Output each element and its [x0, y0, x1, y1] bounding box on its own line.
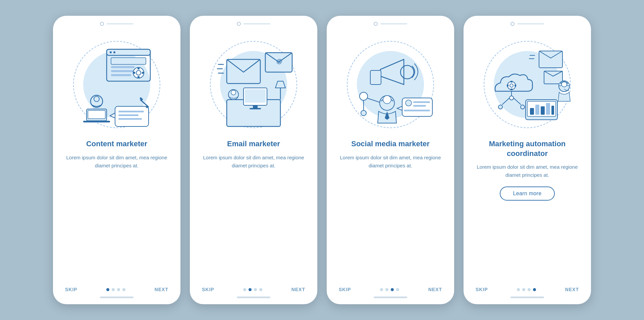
- dot-1: [517, 288, 520, 291]
- svg-rect-21: [118, 111, 144, 112]
- bottom-bar: [100, 297, 133, 298]
- svg-rect-5: [111, 66, 135, 68]
- card-desc: Lorem ipsum dolor sit dim amet, mea regi…: [202, 154, 305, 170]
- status-circle: [100, 22, 104, 26]
- svg-rect-76: [541, 106, 545, 115]
- dot-2: [249, 288, 252, 291]
- svg-rect-52: [413, 101, 430, 103]
- svg-rect-7: [111, 74, 131, 76]
- svg-rect-23: [118, 118, 142, 120]
- illustration-social-media-marketer: [337, 33, 444, 137]
- phone-top-bar: [53, 16, 180, 29]
- svg-rect-56: [539, 51, 562, 68]
- status-circle: [511, 22, 515, 26]
- card-desc: Lorem ipsum dolor sit dim amet, mea regi…: [339, 154, 442, 170]
- email-marketer-icon: @: [200, 33, 307, 137]
- svg-rect-18: [83, 121, 110, 122]
- svg-rect-64: [507, 85, 508, 87]
- next-button[interactable]: NEXT: [565, 287, 579, 292]
- phone-card-content-marketer: Content marketer Lorem ipsum dolor sit d…: [53, 16, 180, 304]
- svg-rect-65: [515, 85, 516, 87]
- svg-rect-13: [142, 72, 144, 74]
- status-line: [107, 23, 133, 24]
- nav-dots: [380, 288, 399, 291]
- next-button[interactable]: NEXT: [428, 287, 442, 292]
- svg-point-70: [498, 105, 502, 109]
- dot-1: [106, 288, 109, 291]
- card-desc: Lorem ipsum dolor sit dim amet, mea regi…: [65, 154, 168, 170]
- card-title: Email marketer: [227, 139, 280, 149]
- svg-rect-1: [107, 49, 150, 55]
- svg-rect-54: [404, 110, 430, 111]
- svg-point-66: [509, 96, 514, 100]
- dot-3: [391, 288, 394, 291]
- phone-card-marketing-automation: Marketing automation coordinator Lorem i…: [464, 16, 591, 304]
- dot-3: [528, 288, 531, 291]
- phone-nav: SKIP NEXT: [53, 287, 180, 292]
- svg-line-49: [368, 98, 380, 102]
- card-title: Social media marketer: [351, 139, 430, 149]
- svg-rect-19: [115, 106, 149, 126]
- svg-point-47: [361, 110, 366, 116]
- dot-4: [122, 288, 125, 291]
- skip-button[interactable]: SKIP: [476, 287, 488, 292]
- card-desc: Lorem ipsum dolor sit dim amet, mea regi…: [476, 163, 579, 179]
- social-media-icon: [337, 33, 444, 137]
- svg-rect-35: [245, 89, 266, 103]
- svg-point-2: [110, 51, 112, 53]
- svg-point-3: [113, 51, 115, 53]
- skip-button[interactable]: SKIP: [65, 287, 77, 292]
- phone-nav: SKIP NEXT: [190, 287, 317, 292]
- svg-point-51: [406, 100, 412, 106]
- svg-rect-63: [511, 89, 513, 90]
- dot-2: [522, 288, 525, 291]
- illustration-marketing-automation: [474, 33, 581, 137]
- content-marketer-icon: [63, 33, 170, 137]
- next-button[interactable]: NEXT: [291, 287, 305, 292]
- illustration-email-marketer: @: [200, 33, 307, 137]
- status-circle: [237, 22, 241, 26]
- card-title: Marketing automation coordinator: [474, 139, 581, 158]
- svg-rect-77: [546, 103, 550, 115]
- svg-point-81: [559, 83, 561, 86]
- svg-rect-53: [413, 105, 426, 107]
- svg-rect-4: [111, 58, 146, 64]
- phone-top-bar: [190, 16, 317, 29]
- phone-nav: SKIP NEXT: [327, 287, 454, 292]
- svg-line-69: [514, 98, 521, 105]
- phone-nav: SKIP NEXT: [464, 287, 591, 292]
- learn-more-button[interactable]: Learn more: [500, 186, 555, 201]
- bottom-bar: [374, 297, 407, 298]
- svg-marker-20: [110, 113, 115, 118]
- status-line: [517, 23, 544, 24]
- dot-4: [533, 288, 536, 291]
- svg-point-44: [383, 96, 391, 104]
- svg-rect-17: [88, 110, 105, 119]
- dot-1: [380, 288, 383, 291]
- svg-line-24: [140, 100, 149, 107]
- phone-card-social-media-marketer: Social media marketer Lorem ipsum dolor …: [327, 16, 454, 304]
- illustration-content-marketer: [63, 33, 170, 137]
- svg-rect-22: [118, 114, 139, 116]
- bottom-bar: [511, 297, 544, 298]
- svg-point-82: [567, 83, 570, 86]
- status-circle: [374, 22, 378, 26]
- dot-2: [112, 288, 115, 291]
- dot-2: [385, 288, 388, 291]
- svg-rect-62: [511, 81, 513, 83]
- next-button[interactable]: NEXT: [155, 287, 168, 292]
- svg-rect-75: [535, 105, 539, 115]
- phone-top-bar: [464, 16, 591, 29]
- dot-4: [396, 288, 399, 291]
- nav-dots: [517, 288, 536, 291]
- svg-point-71: [521, 105, 525, 109]
- nav-dots: [243, 288, 262, 291]
- status-line: [244, 23, 270, 24]
- phone-top-bar: [327, 16, 454, 29]
- status-line: [380, 23, 407, 24]
- skip-button[interactable]: SKIP: [339, 287, 351, 292]
- svg-point-39: [231, 90, 236, 95]
- dot-1: [243, 288, 246, 291]
- skip-button[interactable]: SKIP: [202, 287, 214, 292]
- svg-rect-11: [138, 76, 140, 78]
